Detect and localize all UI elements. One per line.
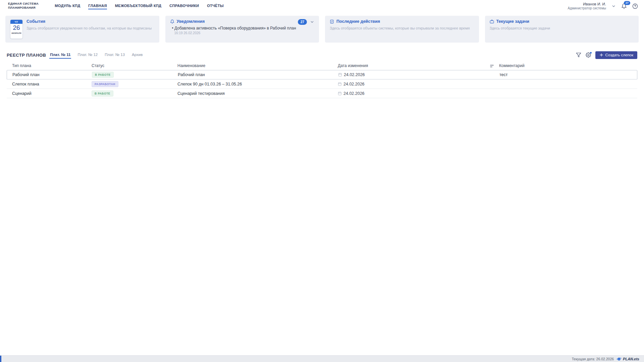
table-row[interactable]: Слепок плана РАЗРАБОТАН Слепок 90 дн 01.… (7, 79, 637, 89)
calendar-day: 26 (10, 24, 22, 32)
nav-item-interobject-kpd[interactable]: МЕЖОБЪЕКТОВЫЙ КПД (115, 3, 161, 9)
calendar-icon (338, 82, 342, 86)
sort-icon[interactable] (490, 65, 494, 68)
plan-ets-logo-icon (616, 356, 622, 361)
current-date-label: Текущая дата: 26.02.2026 (572, 357, 614, 361)
footer-accent-bar (0, 356, 1, 362)
cell-date-text: 24.02.2026 (343, 82, 365, 86)
notifications-card-badge: 27 (298, 19, 307, 25)
filter-icon[interactable] (576, 52, 581, 58)
column-header-date[interactable]: Дата изменения (338, 63, 368, 68)
calendar-icon (338, 73, 342, 77)
bell-small-icon (170, 19, 174, 24)
calendar-icon (338, 92, 342, 96)
calendar-widget: ЧТ 26 ФЕВРАЛЯ (10, 19, 23, 39)
card-tasks-subtitle: Здесь отобразятся текущие задачи (490, 26, 634, 30)
registry-title: РЕЕСТР ПЛАНОВ (7, 53, 46, 58)
tab-archive[interactable]: Архив (131, 52, 143, 59)
notification-time: 16:19 26.02.2026 (170, 31, 315, 35)
cell-date-text: 24.02.2026 (344, 72, 365, 77)
table-header: Тип плана Статус Наименование Дата измен… (7, 62, 637, 70)
nav-item-reports[interactable]: ОТЧЁТЫ (207, 3, 224, 9)
tab-plat-12[interactable]: Плат. № 12 (77, 52, 98, 59)
cell-plan-name: Рабочий план (178, 72, 205, 77)
registry-tabs: Плат. № 11 Плат. № 12 Плат. № 13 Архив (49, 52, 143, 59)
column-header-type[interactable]: Тип плана (12, 63, 31, 68)
card-events[interactable]: ЧТ 26 ФЕВРАЛЯ События Здесь отобразятся … (5, 16, 159, 43)
main-nav: МОДУЛЬ КПД ГЛАВНАЯ МЕЖОБЪЕКТОВЫЙ КПД СПР… (55, 3, 224, 9)
calendar-month: ФЕВРАЛЯ (10, 32, 22, 34)
card-current-tasks[interactable]: Текущие задачи Здесь отобразятся текущие… (485, 16, 639, 43)
cell-plan-name: Слепок 90 дн 01.03.26 – 31.05.26 (177, 82, 242, 86)
card-recent-title: Последние действия (330, 19, 474, 24)
card-notifications-title: Уведомления (170, 19, 315, 24)
notification-actions: 27 (298, 19, 314, 25)
cell-date-text: 24.02.2026 (343, 91, 365, 96)
cell-comment: тест (499, 72, 508, 77)
status-badge-label: В РАБОТЕ (92, 72, 114, 78)
gear-icon[interactable] (586, 52, 591, 58)
nav-item-directories[interactable]: СПРАВОЧНИКИ (169, 3, 199, 9)
plan-ets-logo[interactable]: PLAN.ets (616, 356, 639, 361)
user-role: Администратор системы (568, 6, 606, 11)
calendar-weekday: ЧТ (10, 20, 22, 24)
card-events-title: События (26, 19, 152, 24)
nav-item-main[interactable]: ГЛАВНАЯ (88, 3, 107, 9)
app-logo: ЕДИНАЯ СИСТЕМА ПЛАНИРОВАНИЯ (8, 2, 39, 10)
status-badge: В РАБОТЕ (92, 72, 114, 78)
status-badge: В РАБОТЕ (92, 90, 113, 96)
registry-bar: РЕЕСТР ПЛАНОВ Плат. № 11 Плат. № 12 Плат… (7, 51, 637, 59)
dashboard-cards: ЧТ 26 ФЕВРАЛЯ События Здесь отобразятся … (5, 16, 639, 43)
create-snapshot-label: Создать слепок (605, 53, 633, 57)
cell-date: 24.02.2026 (338, 82, 365, 86)
app-header: ЕДИНАЯ СИСТЕМА ПЛАНИРОВАНИЯ МОДУЛЬ КПД Г… (0, 0, 644, 12)
user-menu[interactable]: Иванов И. И. Администратор системы (568, 2, 606, 11)
plan-ets-logo-text: PLAN.ets (623, 357, 639, 361)
tab-plat-11[interactable]: Плат. № 11 (49, 52, 71, 59)
status-badge-label: В РАБОТЕ (92, 90, 113, 96)
plus-icon (599, 53, 603, 57)
briefcase-icon (490, 19, 494, 24)
status-badge: РАЗРАБОТАН (92, 81, 118, 87)
notification-item[interactable]: Добавлена активность «Поверка оборудован… (170, 26, 315, 31)
cell-plan-type: Рабочий план (12, 72, 40, 77)
cell-date: 24.02.2026 (338, 91, 365, 96)
clipboard-check-icon (330, 19, 334, 24)
cell-plan-name: Сценарий тестирования (177, 91, 225, 96)
card-tasks-title-text: Текущие задачи (496, 19, 529, 24)
registry-actions: Создать слепок (576, 51, 637, 59)
notifications-expand-chevron-icon[interactable] (310, 20, 314, 24)
card-recent-subtitle: Здесь отобразятся объекты системы, котор… (330, 26, 474, 30)
chevron-down-icon[interactable] (611, 4, 616, 8)
nav-item-module-kpd[interactable]: МОДУЛЬ КПД (55, 3, 80, 9)
card-events-title-text: События (26, 19, 45, 24)
card-events-subtitle: Здесь отобразятся уведомления по объекта… (26, 26, 152, 30)
card-notifications-title-text: Уведомления (177, 19, 205, 24)
user-name: Иванов И. И. (568, 2, 606, 6)
cell-date: 24.02.2026 (338, 72, 365, 77)
table-row[interactable]: Сценарий В РАБОТЕ Сценарий тестирования … (7, 89, 637, 98)
cell-plan-type: Сценарий (12, 91, 32, 96)
notifications-count-badge: 27 (624, 1, 630, 5)
cell-plan-type: Слепок плана (12, 82, 39, 86)
app-logo-line1: ЕДИНАЯ СИСТЕМА (8, 2, 39, 6)
column-header-status[interactable]: Статус (92, 63, 104, 68)
gear-notification-dot (590, 52, 592, 54)
status-badge-label: РАЗРАБОТАН (92, 81, 118, 87)
plans-table: Тип плана Статус Наименование Дата измен… (7, 62, 637, 98)
bell-icon[interactable]: 27 (621, 3, 627, 9)
status-bar: Текущая дата: 26.02.2026 PLAN.ets (0, 355, 644, 362)
header-right: Иванов И. И. Администратор системы 27 (568, 2, 638, 11)
tab-plat-13[interactable]: Плат. № 13 (104, 52, 125, 59)
column-header-comment[interactable]: Комментарий (499, 63, 525, 68)
app-logo-line2: ПЛАНИРОВАНИЯ (8, 6, 39, 10)
card-notifications[interactable]: Уведомления Добавлена активность «Поверк… (165, 16, 319, 43)
column-header-name[interactable]: Наименование (177, 63, 205, 68)
card-recent-actions[interactable]: Последние действия Здесь отобразятся объ… (325, 16, 479, 43)
card-tasks-title: Текущие задачи (490, 19, 634, 24)
help-icon[interactable] (632, 3, 638, 9)
create-snapshot-button[interactable]: Создать слепок (595, 51, 637, 59)
card-recent-title-text: Последние действия (336, 19, 380, 24)
table-row[interactable]: Рабочий план В РАБОТЕ Рабочий план 24.02… (7, 70, 637, 79)
